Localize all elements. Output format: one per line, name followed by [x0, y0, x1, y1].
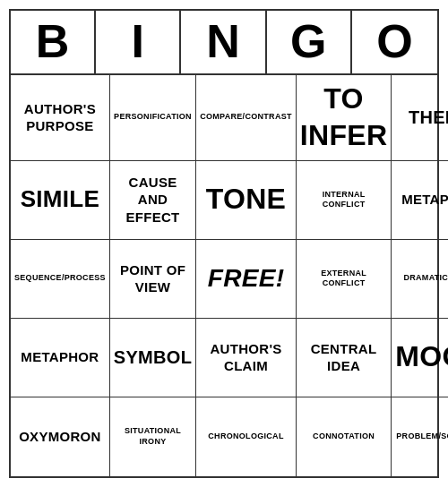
cell-text-7: TONE: [206, 181, 287, 218]
bingo-cell-4: THEME: [392, 75, 448, 161]
bingo-letter-n: N: [181, 11, 266, 73]
bingo-cell-23: CONNOTATION: [297, 397, 392, 476]
bingo-cell-8: INTERNAL CONFLICT: [297, 161, 392, 240]
cell-text-14: DRAMATIC IRONY: [403, 273, 448, 284]
bingo-cell-20: OXYMORON: [11, 397, 110, 476]
bingo-cell-2: COMPARE/CONTRAST: [196, 75, 297, 161]
cell-text-4: THEME: [409, 106, 448, 129]
cell-text-23: CONNOTATION: [313, 431, 375, 442]
cell-text-9: METAPHOR: [401, 191, 448, 209]
bingo-cell-0: AUTHOR'S PURPOSE: [11, 75, 110, 161]
bingo-cell-16: SYMBOL: [110, 319, 196, 397]
cell-text-10: SEQUENCE/PROCESS: [14, 273, 106, 284]
bingo-letter-b: B: [11, 11, 96, 73]
bingo-cell-21: SITUATIONAL IRONY: [110, 397, 196, 476]
bingo-cell-12: Free!: [196, 240, 297, 319]
bingo-cell-18: CENTRAL IDEA: [297, 319, 392, 397]
cell-text-13: EXTERNAL CONFLICT: [300, 269, 388, 289]
bingo-cell-1: PERSONIFICATION: [110, 75, 196, 161]
cell-text-6: CAUSE AND EFFECT: [114, 174, 192, 226]
bingo-cell-17: AUTHOR'S CLAIM: [196, 319, 297, 397]
cell-text-12: Free!: [208, 262, 285, 295]
cell-text-24: PROBLEM/SOLUTION: [396, 431, 448, 442]
bingo-cell-3: TO INFER: [297, 75, 392, 161]
cell-text-5: SIMILE: [21, 184, 99, 215]
bingo-cell-9: METAPHOR: [392, 161, 448, 240]
bingo-cell-24: PROBLEM/SOLUTION: [392, 397, 448, 476]
bingo-letter-g: G: [267, 11, 352, 73]
bingo-cell-14: DRAMATIC IRONY: [392, 240, 448, 319]
cell-text-1: PERSONIFICATION: [114, 112, 192, 123]
cell-text-11: POINT OF VIEW: [114, 261, 192, 296]
bingo-cell-22: CHRONOLOGICAL: [196, 397, 297, 476]
cell-text-3: TO INFER: [300, 81, 388, 155]
cell-text-8: INTERNAL CONFLICT: [300, 190, 388, 210]
bingo-letter-o: O: [352, 11, 437, 73]
bingo-card: BINGO AUTHOR'S PURPOSEPERSONIFICATIONCOM…: [9, 9, 439, 477]
bingo-header: BINGO: [11, 11, 437, 74]
cell-text-15: METAPHOR: [21, 348, 99, 366]
cell-text-20: OXYMORON: [19, 428, 101, 446]
bingo-cell-6: CAUSE AND EFFECT: [110, 161, 196, 240]
cell-text-21: SITUATIONAL IRONY: [114, 426, 192, 447]
cell-text-22: CHRONOLOGICAL: [208, 431, 283, 442]
bingo-cell-13: EXTERNAL CONFLICT: [297, 240, 392, 319]
bingo-cell-5: SIMILE: [11, 161, 110, 240]
bingo-cell-7: TONE: [196, 161, 297, 240]
bingo-cell-11: POINT OF VIEW: [110, 240, 196, 319]
cell-text-19: MOOD: [395, 338, 448, 376]
cell-text-2: COMPARE/CONTRAST: [200, 112, 292, 123]
cell-text-18: CENTRAL IDEA: [300, 340, 388, 375]
bingo-cell-10: SEQUENCE/PROCESS: [11, 240, 110, 319]
bingo-grid: AUTHOR'S PURPOSEPERSONIFICATIONCOMPARE/C…: [11, 75, 437, 476]
bingo-cell-15: METAPHOR: [11, 319, 110, 397]
bingo-letter-i: I: [96, 11, 181, 73]
bingo-cell-19: MOOD: [392, 319, 448, 397]
cell-text-0: AUTHOR'S PURPOSE: [14, 100, 106, 135]
cell-text-17: AUTHOR'S CLAIM: [200, 340, 292, 375]
cell-text-16: SYMBOL: [114, 346, 192, 369]
